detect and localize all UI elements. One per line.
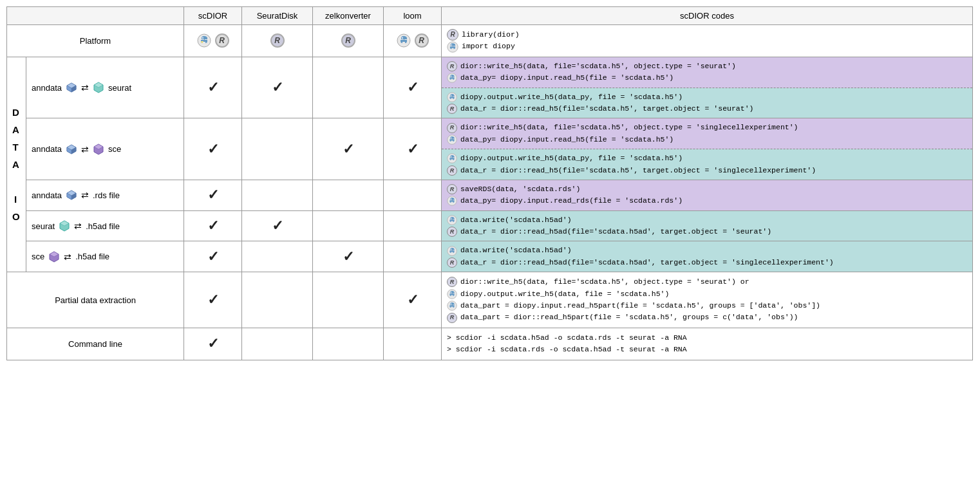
- anndata-icon2: [66, 144, 77, 155]
- check-anndata-sce-zelkon: ✓: [313, 118, 384, 180]
- code4-line1: data.write('scdata.h5ad'): [460, 214, 572, 226]
- python-icon: [447, 92, 457, 102]
- h5ad-arrow2: ⇄: [64, 252, 71, 262]
- row-seurat-h5ad: seurat ⇄ .h5ad file ✓ ✓: [7, 210, 973, 241]
- platform-codes: R library(dior) import diopy: [442, 25, 973, 57]
- seurat-text2: seurat: [32, 221, 55, 231]
- check-anndata-seurat-scdior: ✓: [184, 57, 242, 118]
- row-cmdline: Command line ✓ > scdior -i scdata.h5ad -…: [7, 328, 973, 360]
- row-partial-data: Partial data extraction ✓ ✓ R dior::writ…: [7, 272, 973, 328]
- code3-line1: saveRDS(data, 'scdata.rds'): [460, 183, 580, 195]
- code4-line2: data_r = dior::read_h5ad(file='scdata.h5…: [460, 226, 771, 237]
- svg-point-15: [451, 95, 451, 95]
- seurat-text: seurat: [108, 83, 131, 93]
- check-anndata-sce-loom: ✓: [384, 118, 442, 180]
- code1-line3: diopy.output.write_h5(data_py, file = 's…: [460, 91, 683, 103]
- anndata-icon: [66, 82, 77, 93]
- seurat-icon2: [59, 220, 70, 232]
- r-icon: R: [447, 313, 457, 323]
- anndata-icon3: [66, 189, 77, 201]
- row-anndata-seurat: DATAIO anndata ⇄: [7, 57, 973, 118]
- check-anndata-rds-zelkon: [313, 180, 384, 210]
- platform-label: Platform: [7, 25, 184, 57]
- h5ad-text2: .h5ad file: [75, 252, 109, 261]
- code2-line3: diopy.output.write_h5(data_py, file = 's…: [460, 153, 683, 164]
- check-sce-h5ad-loom: [384, 241, 442, 272]
- check-seurat-h5ad-seuratdisk: ✓: [242, 210, 313, 241]
- check-anndata-rds-seuratdisk: [242, 180, 313, 210]
- anndata-text3: anndata: [32, 191, 62, 200]
- data-io-label: DATAIO: [7, 57, 26, 272]
- check-cmdline-zelkon: [313, 328, 384, 360]
- r-icon: R: [447, 184, 457, 194]
- check-anndata-rds-scdior: ✓: [184, 180, 242, 210]
- platform-loom: R: [384, 25, 442, 57]
- col-header-scdior: scDIOR: [184, 7, 242, 25]
- check-seurat-h5ad-zelkon: [313, 210, 384, 241]
- svg-point-13: [451, 76, 451, 77]
- col-header-label: [7, 7, 184, 25]
- rds-text: .rds file: [93, 191, 120, 200]
- row-anndata-sce: anndata ⇄ sce ✓: [7, 118, 973, 180]
- r-icon: R: [447, 257, 457, 268]
- svg-point-3: [402, 37, 403, 39]
- check-partial-seuratdisk: [242, 272, 313, 328]
- row-label-anndata-seurat: anndata ⇄ seurat: [26, 57, 184, 118]
- code-cmdline: > scdior -i scdata.h5ad -o scdata.rds -t…: [442, 328, 973, 360]
- r-icon: R: [447, 104, 457, 114]
- check-anndata-sce-seuratdisk: [242, 118, 313, 180]
- h5ad-arrow1: ⇄: [74, 221, 82, 231]
- row-label-seurat-h5ad: seurat ⇄ .h5ad file: [26, 210, 184, 241]
- r-icon-seuratdisk: R: [270, 33, 285, 48]
- r-icon: R: [447, 227, 457, 237]
- svg-point-5: [451, 44, 453, 45]
- sce-icon: [93, 144, 104, 155]
- check-cmdline-seuratdisk: [242, 328, 313, 360]
- check-anndata-sce-scdior: ✓: [184, 118, 242, 180]
- r-icon-code: R: [447, 29, 458, 41]
- code3-line2: data_py= diopy.input.read_rds(file = 'sc…: [460, 195, 683, 207]
- code-partial: R dior::write_h5(data, file='scdata.h5',…: [442, 272, 973, 328]
- cmdline-label: Command line: [7, 328, 184, 360]
- r-icon-loom: R: [415, 33, 429, 48]
- h5ad-text1: .h5ad file: [86, 221, 120, 231]
- r-icon-scdior: R: [215, 33, 229, 48]
- r-icon: R: [447, 165, 457, 176]
- python-icon: [447, 73, 457, 83]
- code1-line2: data_py= diopy.input.read_h5(file = 'scd…: [460, 72, 674, 84]
- svg-point-43: [451, 304, 451, 304]
- r-icon-zelkon: R: [341, 33, 355, 48]
- partial-code3: data_part = diopy.input.read_h5part(file…: [460, 300, 820, 312]
- seurat-arrow: ⇄: [81, 82, 89, 93]
- svg-point-41: [451, 292, 451, 292]
- row-label-anndata-rds: anndata ⇄ .rds file: [26, 180, 184, 210]
- python-icon: [447, 153, 457, 163]
- code-sce-h5ad: data.write('scdata.h5ad') R data_r = dio…: [442, 241, 973, 272]
- code2-line2: data_py= diopy.input.read_h5(file = 'scd…: [460, 134, 674, 145]
- sce-icon2: [48, 251, 60, 263]
- sce-text2: sce: [32, 252, 44, 261]
- sce-text: sce: [108, 144, 121, 154]
- check-partial-loom: ✓: [384, 272, 442, 328]
- r-icon: R: [447, 277, 457, 287]
- check-cmdline-scdior: ✓: [184, 328, 242, 360]
- anndata-text2: anndata: [32, 144, 62, 154]
- python-icon: [447, 289, 457, 299]
- sce-arrow: ⇄: [81, 144, 89, 154]
- python-icon-scdior: [197, 33, 211, 48]
- python-icon: [447, 196, 457, 206]
- svg-point-31: [451, 199, 451, 200]
- col-header-codes: scDIOR codes: [442, 7, 973, 25]
- python-icon-code1: [447, 41, 458, 53]
- platform-zelkon: R: [313, 25, 384, 57]
- code-anndata-seurat: R dior::write_h5(data, file='scdata.h5',…: [442, 57, 973, 118]
- svg-point-1: [202, 37, 203, 39]
- code2-line4: data_r = dior::read_h5(file='scdata.h5',…: [460, 165, 816, 176]
- python-icon: [447, 215, 457, 225]
- svg-point-35: [451, 218, 451, 218]
- check-partial-scdior: ✓: [184, 272, 242, 328]
- code5-line2: data_r = dior::read_h5ad(file='scdata.h5…: [460, 257, 834, 268]
- row-label-sce-h5ad: sce ⇄ .h5ad file: [26, 241, 184, 272]
- anndata-text: anndata: [32, 83, 62, 93]
- partial-code1: dior::write_h5(data, file='scdata.h5', o…: [460, 276, 749, 288]
